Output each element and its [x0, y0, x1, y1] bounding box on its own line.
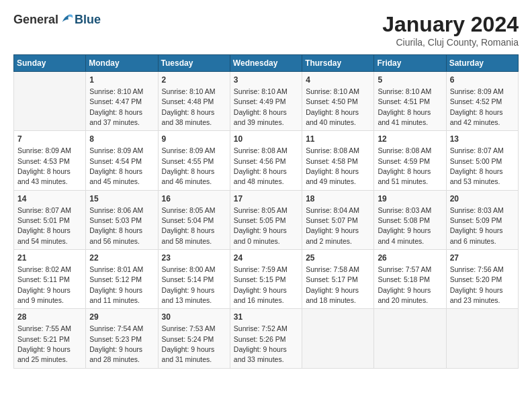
logo: General Blue: [13, 12, 101, 27]
day-number: 13: [450, 134, 515, 145]
day-info: Sunrise: 8:09 AMSunset: 4:54 PMDaylight:…: [89, 146, 143, 185]
calendar-cell: 21Sunrise: 8:02 AMSunset: 5:11 PMDayligh…: [14, 250, 86, 309]
day-info: Sunrise: 8:07 AMSunset: 5:00 PMDaylight:…: [450, 146, 504, 185]
calendar-cell: 15Sunrise: 8:06 AMSunset: 5:03 PMDayligh…: [86, 190, 158, 249]
day-info: Sunrise: 8:10 AMSunset: 4:49 PMDaylight:…: [234, 87, 287, 126]
day-info: Sunrise: 8:10 AMSunset: 4:51 PMDaylight:…: [378, 87, 431, 126]
calendar-cell: 12Sunrise: 8:08 AMSunset: 4:59 PMDayligh…: [374, 131, 446, 190]
day-info: Sunrise: 8:09 AMSunset: 4:52 PMDaylight:…: [450, 87, 504, 126]
calendar-dow-saturday: Saturday: [446, 55, 518, 72]
day-info: Sunrise: 7:59 AMSunset: 5:15 PMDaylight:…: [234, 265, 287, 304]
day-number: 8: [89, 134, 154, 145]
calendar-cell: 16Sunrise: 8:05 AMSunset: 5:04 PMDayligh…: [158, 190, 230, 249]
calendar-cell: 17Sunrise: 8:05 AMSunset: 5:05 PMDayligh…: [230, 190, 302, 249]
day-number: 28: [17, 312, 82, 323]
day-number: 23: [162, 253, 226, 264]
day-info: Sunrise: 8:09 AMSunset: 4:53 PMDaylight:…: [17, 146, 71, 185]
day-info: Sunrise: 8:06 AMSunset: 5:03 PMDaylight:…: [89, 206, 143, 245]
day-number: 30: [162, 312, 226, 323]
calendar-cell: 31Sunrise: 7:52 AMSunset: 5:26 PMDayligh…: [230, 309, 302, 368]
calendar-cell: [14, 72, 86, 131]
day-info: Sunrise: 7:55 AMSunset: 5:21 PMDaylight:…: [17, 324, 71, 363]
calendar-cell: 24Sunrise: 7:59 AMSunset: 5:15 PMDayligh…: [230, 250, 302, 309]
calendar-cell: 20Sunrise: 8:03 AMSunset: 5:09 PMDayligh…: [446, 190, 518, 249]
day-number: 19: [378, 193, 442, 205]
calendar-cell: 7Sunrise: 8:09 AMSunset: 4:53 PMDaylight…: [14, 131, 86, 190]
day-number: 20: [450, 193, 515, 205]
day-number: 1: [89, 75, 154, 86]
calendar-cell: 3Sunrise: 8:10 AMSunset: 4:49 PMDaylight…: [230, 72, 302, 131]
calendar-cell: 4Sunrise: 8:10 AMSunset: 4:50 PMDaylight…: [302, 72, 374, 131]
calendar-cell: 19Sunrise: 8:03 AMSunset: 5:08 PMDayligh…: [374, 190, 446, 249]
logo-general-text: General: [13, 13, 58, 27]
day-info: Sunrise: 7:56 AMSunset: 5:20 PMDaylight:…: [450, 265, 504, 304]
day-info: Sunrise: 8:08 AMSunset: 4:58 PMDaylight:…: [306, 146, 359, 185]
day-number: 26: [378, 253, 442, 264]
calendar-cell: 28Sunrise: 7:55 AMSunset: 5:21 PMDayligh…: [14, 309, 86, 368]
day-info: Sunrise: 8:10 AMSunset: 4:50 PMDaylight:…: [306, 87, 359, 126]
calendar-cell: 6Sunrise: 8:09 AMSunset: 4:52 PMDaylight…: [446, 72, 518, 131]
calendar-header-row: SundayMondayTuesdayWednesdayThursdayFrid…: [14, 55, 519, 72]
day-number: 6: [450, 75, 515, 86]
logo-blue-text: Blue: [75, 13, 101, 27]
calendar-cell: 1Sunrise: 8:10 AMSunset: 4:47 PMDaylight…: [86, 72, 158, 131]
day-info: Sunrise: 7:54 AMSunset: 5:23 PMDaylight:…: [89, 324, 143, 363]
day-number: 21: [17, 253, 82, 264]
calendar-cell: 18Sunrise: 8:04 AMSunset: 5:07 PMDayligh…: [302, 190, 374, 249]
day-number: 15: [89, 193, 154, 205]
day-number: 5: [378, 75, 442, 86]
day-number: 24: [234, 253, 298, 264]
calendar-week-row: 28Sunrise: 7:55 AMSunset: 5:21 PMDayligh…: [14, 309, 519, 368]
calendar-week-row: 21Sunrise: 8:02 AMSunset: 5:11 PMDayligh…: [14, 250, 519, 309]
day-number: 10: [234, 134, 298, 145]
calendar-cell: [374, 309, 446, 368]
calendar-dow-monday: Monday: [86, 55, 158, 72]
calendar-cell: 14Sunrise: 8:07 AMSunset: 5:01 PMDayligh…: [14, 190, 86, 249]
day-number: 3: [234, 75, 298, 86]
calendar-cell: [302, 309, 374, 368]
day-number: 12: [378, 134, 442, 145]
day-info: Sunrise: 8:00 AMSunset: 5:14 PMDaylight:…: [162, 265, 216, 304]
day-info: Sunrise: 7:52 AMSunset: 5:26 PMDaylight:…: [234, 324, 287, 363]
day-number: 11: [306, 134, 370, 145]
calendar-cell: 25Sunrise: 7:58 AMSunset: 5:17 PMDayligh…: [302, 250, 374, 309]
title-block: January 2024 Ciurila, Cluj County, Roman…: [382, 12, 519, 48]
day-info: Sunrise: 8:09 AMSunset: 4:55 PMDaylight:…: [162, 146, 216, 185]
day-number: 22: [89, 253, 154, 264]
day-info: Sunrise: 8:03 AMSunset: 5:09 PMDaylight:…: [450, 206, 504, 245]
day-info: Sunrise: 8:05 AMSunset: 5:04 PMDaylight:…: [162, 206, 216, 245]
main-title: January 2024: [382, 12, 519, 37]
day-info: Sunrise: 8:04 AMSunset: 5:07 PMDaylight:…: [306, 206, 359, 245]
page: General Blue January 2024 Ciurila, Cluj …: [0, 0, 532, 411]
calendar-week-row: 7Sunrise: 8:09 AMSunset: 4:53 PMDaylight…: [14, 131, 519, 190]
day-info: Sunrise: 7:57 AMSunset: 5:18 PMDaylight:…: [378, 265, 431, 304]
day-number: 16: [162, 193, 226, 205]
logo-bird-icon: [60, 12, 75, 27]
calendar-cell: 26Sunrise: 7:57 AMSunset: 5:18 PMDayligh…: [374, 250, 446, 309]
day-info: Sunrise: 8:10 AMSunset: 4:48 PMDaylight:…: [162, 87, 216, 126]
calendar-dow-tuesday: Tuesday: [158, 55, 230, 72]
day-info: Sunrise: 8:02 AMSunset: 5:11 PMDaylight:…: [17, 265, 71, 304]
calendar-table: SundayMondayTuesdayWednesdayThursdayFrid…: [13, 54, 519, 369]
calendar-cell: 8Sunrise: 8:09 AMSunset: 4:54 PMDaylight…: [86, 131, 158, 190]
calendar-cell: 27Sunrise: 7:56 AMSunset: 5:20 PMDayligh…: [446, 250, 518, 309]
day-number: 25: [306, 253, 370, 264]
day-number: 14: [17, 193, 82, 205]
header: General Blue January 2024 Ciurila, Cluj …: [13, 12, 519, 48]
day-info: Sunrise: 7:53 AMSunset: 5:24 PMDaylight:…: [162, 324, 216, 363]
day-number: 18: [306, 193, 370, 205]
calendar-dow-friday: Friday: [374, 55, 446, 72]
calendar-week-row: 1Sunrise: 8:10 AMSunset: 4:47 PMDaylight…: [14, 72, 519, 131]
calendar-cell: 30Sunrise: 7:53 AMSunset: 5:24 PMDayligh…: [158, 309, 230, 368]
calendar-dow-sunday: Sunday: [14, 55, 86, 72]
day-info: Sunrise: 8:01 AMSunset: 5:12 PMDaylight:…: [89, 265, 143, 304]
day-info: Sunrise: 8:07 AMSunset: 5:01 PMDaylight:…: [17, 206, 71, 245]
day-number: 29: [89, 312, 154, 323]
calendar-cell: 5Sunrise: 8:10 AMSunset: 4:51 PMDaylight…: [374, 72, 446, 131]
day-info: Sunrise: 8:10 AMSunset: 4:47 PMDaylight:…: [89, 87, 143, 126]
calendar-dow-wednesday: Wednesday: [230, 55, 302, 72]
calendar-cell: 23Sunrise: 8:00 AMSunset: 5:14 PMDayligh…: [158, 250, 230, 309]
day-info: Sunrise: 8:08 AMSunset: 4:59 PMDaylight:…: [378, 146, 431, 185]
calendar-cell: 9Sunrise: 8:09 AMSunset: 4:55 PMDaylight…: [158, 131, 230, 190]
day-info: Sunrise: 8:05 AMSunset: 5:05 PMDaylight:…: [234, 206, 287, 245]
